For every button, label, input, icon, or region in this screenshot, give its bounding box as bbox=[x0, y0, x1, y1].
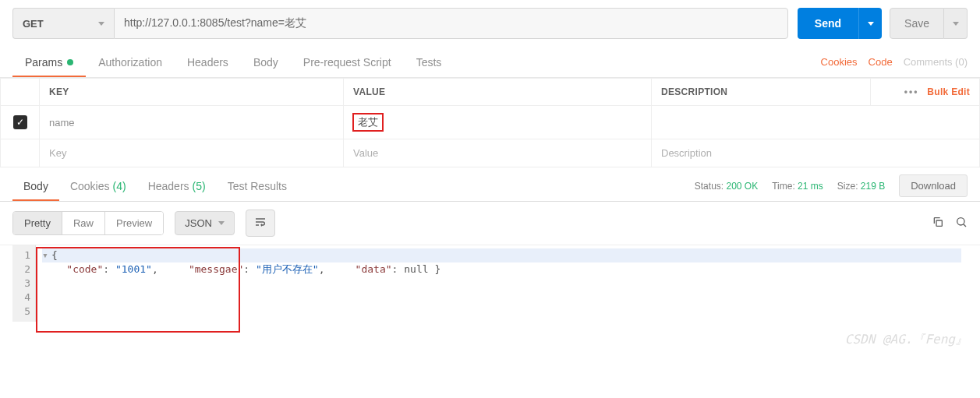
copy-icon[interactable] bbox=[932, 216, 944, 231]
tab-authorization[interactable]: Authorization bbox=[86, 47, 175, 77]
send-button[interactable]: Send bbox=[798, 8, 858, 39]
more-columns-icon[interactable]: ••• bbox=[904, 86, 919, 97]
download-button[interactable]: Download bbox=[899, 174, 968, 197]
url-input[interactable] bbox=[114, 8, 788, 39]
view-pretty-button[interactable]: Pretty bbox=[13, 212, 62, 234]
format-select[interactable]: JSON bbox=[175, 211, 235, 235]
param-description-cell[interactable] bbox=[652, 106, 980, 139]
chevron-down-icon bbox=[868, 22, 874, 26]
response-code[interactable]: ▾{ "code": "1001", "messgae": "用户不存在", "… bbox=[36, 245, 968, 322]
request-tabs: Params Authorization Headers Body Pre-re… bbox=[0, 47, 980, 78]
chevron-down-icon bbox=[98, 22, 104, 26]
search-icon[interactable] bbox=[955, 216, 968, 231]
send-dropdown-button[interactable] bbox=[858, 8, 882, 39]
watermark: CSDN @AG.『Feng』 bbox=[845, 332, 968, 348]
response-body-area: 1 2 3 4 5 ▾{ "code": "1001", "messgae": … bbox=[0, 245, 980, 353]
params-active-dot bbox=[67, 59, 73, 65]
chevron-down-icon bbox=[953, 22, 959, 26]
size-label: Size: 219 B bbox=[837, 181, 885, 192]
params-table: KEY VALUE DESCRIPTION ••• Bulk Edit ✓ na… bbox=[0, 78, 980, 167]
tab-tests[interactable]: Tests bbox=[404, 47, 455, 77]
svg-point-1 bbox=[957, 218, 964, 225]
svg-rect-0 bbox=[936, 220, 942, 226]
line-gutter: 1 2 3 4 5 bbox=[12, 245, 36, 322]
resp-tab-headers[interactable]: Headers (5) bbox=[137, 171, 217, 201]
bulk-edit-link[interactable]: Bulk Edit bbox=[927, 86, 970, 97]
row-checkbox[interactable]: ✓ bbox=[13, 115, 27, 129]
http-method-select[interactable]: GET bbox=[12, 8, 114, 39]
new-description-cell[interactable]: Description bbox=[652, 139, 980, 167]
chevron-down-icon bbox=[218, 221, 225, 225]
resp-tab-cookies[interactable]: Cookies (4) bbox=[59, 171, 137, 201]
save-button[interactable]: Save bbox=[890, 8, 944, 39]
table-row: ✓ name 老艾 bbox=[1, 106, 980, 139]
param-key-cell[interactable]: name bbox=[40, 106, 344, 139]
resp-tab-body[interactable]: Body bbox=[12, 171, 59, 201]
tab-body[interactable]: Body bbox=[241, 47, 291, 77]
wrap-icon bbox=[254, 216, 267, 231]
response-view-bar: Pretty Raw Preview JSON bbox=[0, 202, 980, 245]
save-dropdown-button[interactable] bbox=[944, 8, 968, 39]
cookies-link[interactable]: Cookies bbox=[821, 56, 858, 68]
response-tabs: Body Cookies (4) Headers (5) Test Result… bbox=[0, 167, 980, 202]
resp-tab-test-results[interactable]: Test Results bbox=[217, 171, 298, 201]
tab-headers[interactable]: Headers bbox=[175, 47, 241, 77]
view-preview-button[interactable]: Preview bbox=[105, 212, 163, 234]
http-method-label: GET bbox=[23, 18, 44, 30]
param-value-cell[interactable]: 老艾 bbox=[344, 106, 652, 139]
column-key: KEY bbox=[40, 79, 344, 106]
tab-pre-request-script[interactable]: Pre-request Script bbox=[291, 47, 404, 77]
new-value-cell[interactable]: Value bbox=[344, 139, 652, 167]
status-label: Status: 200 OK bbox=[695, 181, 758, 192]
code-link[interactable]: Code bbox=[869, 56, 893, 68]
view-raw-button[interactable]: Raw bbox=[62, 212, 105, 234]
column-description: DESCRIPTION bbox=[652, 79, 871, 106]
column-value: VALUE bbox=[344, 79, 652, 106]
time-label: Time: 21 ms bbox=[772, 181, 823, 192]
tab-params[interactable]: Params bbox=[12, 47, 86, 77]
highlighted-value: 老艾 bbox=[353, 114, 383, 131]
fold-icon[interactable]: ▾ bbox=[42, 248, 50, 262]
comments-link[interactable]: Comments (0) bbox=[904, 56, 968, 68]
new-key-cell[interactable]: Key bbox=[40, 139, 344, 167]
table-row-new: Key Value Description bbox=[1, 139, 980, 167]
wrap-lines-button[interactable] bbox=[246, 210, 275, 237]
